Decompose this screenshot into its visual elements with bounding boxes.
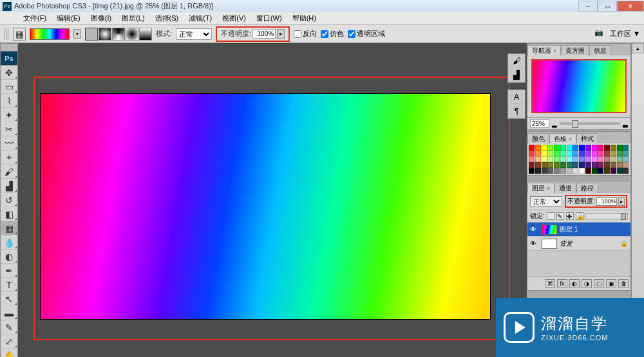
swatch[interactable] (592, 151, 598, 156)
clone-panel-icon[interactable]: ▟ (508, 68, 525, 82)
swatch[interactable] (623, 162, 629, 168)
layer-name[interactable]: 背景 (560, 239, 573, 248)
swatch[interactable] (579, 151, 585, 156)
reverse-checkbox[interactable]: 反向 (294, 29, 317, 39)
toolbox-grip[interactable] (1, 44, 17, 51)
swatch[interactable] (585, 145, 591, 151)
layer-blend-select[interactable]: 正常 (530, 196, 562, 206)
zoom-slider[interactable] (560, 122, 620, 125)
swatch[interactable] (598, 145, 603, 151)
path-tool[interactable]: ↖ (1, 292, 17, 306)
brushes-panel-icon[interactable]: 🖌 (508, 54, 525, 68)
swatch[interactable] (623, 145, 629, 151)
heal-tool[interactable]: ⌖ (1, 151, 17, 165)
zoom-in-icon[interactable]: ▃ (623, 120, 628, 127)
swatch[interactable] (560, 151, 566, 156)
swatch[interactable] (542, 168, 547, 174)
layer-name[interactable]: 图层 1 (560, 225, 578, 234)
swatch[interactable] (611, 156, 616, 162)
tab-info[interactable]: 信息 (589, 45, 611, 55)
eyedropper-tool[interactable]: ⤢ (1, 334, 17, 349)
shape-tool[interactable]: ▬ (1, 306, 17, 320)
swatch[interactable] (547, 168, 553, 174)
link-layers-button[interactable]: ⌘ (545, 279, 555, 288)
swatch[interactable] (573, 151, 578, 156)
swatch[interactable] (554, 162, 560, 168)
swatch[interactable] (598, 151, 603, 156)
swatch[interactable] (529, 162, 535, 168)
swatch[interactable] (573, 162, 578, 168)
character-panel-icon[interactable]: A (508, 90, 525, 104)
swatch[interactable] (598, 162, 603, 168)
bridge-icon[interactable]: 📷 (594, 28, 606, 40)
swatch[interactable] (560, 156, 566, 162)
swatch[interactable] (529, 145, 535, 151)
tab-channels[interactable]: 通道 (554, 183, 576, 193)
lock-position-icon[interactable]: ✥ (566, 212, 574, 220)
swatch[interactable] (604, 168, 610, 174)
layer-thumbnail[interactable] (542, 224, 557, 235)
blur-tool[interactable]: 💧 (1, 235, 17, 250)
swatch[interactable] (547, 151, 553, 156)
swatch[interactable] (611, 151, 616, 156)
swatch[interactable] (611, 145, 616, 151)
marquee-tool[interactable]: ▭ (1, 80, 17, 94)
lock-transparent-icon[interactable] (547, 212, 554, 220)
gradient-preview[interactable] (30, 28, 70, 40)
visibility-icon[interactable]: 👁 (527, 226, 539, 233)
swatch[interactable] (573, 145, 578, 151)
gradient-picker-arrow[interactable]: ▾ (73, 29, 81, 39)
swatch[interactable] (604, 162, 610, 168)
swatch[interactable] (592, 156, 598, 162)
swatch[interactable] (623, 151, 629, 156)
maximize-button[interactable]: ▭ (598, 1, 617, 12)
zoom-input[interactable] (530, 119, 549, 128)
notes-tool[interactable]: ✎ (1, 320, 17, 334)
swatch[interactable] (535, 156, 541, 162)
swatch[interactable] (579, 162, 585, 168)
swatch[interactable] (529, 156, 535, 162)
swatch[interactable] (579, 168, 585, 174)
menu-window[interactable]: 窗口(W) (251, 12, 287, 24)
type-tool[interactable]: T (1, 278, 17, 292)
move-tool[interactable]: ✥ (1, 66, 17, 80)
swatch[interactable] (573, 168, 578, 174)
workspace-menu[interactable]: 工作区 ▼ (610, 29, 640, 39)
swatch[interactable] (567, 151, 573, 156)
swatch[interactable] (554, 168, 560, 174)
menu-filter[interactable]: 滤镜(T) (184, 12, 217, 24)
swatch[interactable] (542, 156, 547, 162)
swatch[interactable] (554, 145, 560, 151)
eraser-tool[interactable]: ◧ (1, 207, 17, 221)
swatch[interactable] (617, 145, 623, 151)
swatch[interactable] (560, 145, 566, 151)
tab-histogram[interactable]: 直方图 (561, 45, 589, 55)
diamond-gradient-button[interactable] (139, 28, 152, 41)
layer-mask-button[interactable]: ◐ (569, 279, 580, 288)
layer-row-1[interactable]: 👁 图层 1 (527, 223, 630, 237)
linear-gradient-button[interactable] (85, 28, 98, 41)
menu-help[interactable]: 帮助(H) (287, 12, 321, 24)
swatch[interactable] (604, 151, 610, 156)
radial-gradient-button[interactable] (99, 28, 111, 41)
swatch[interactable] (598, 156, 603, 162)
tab-styles[interactable]: 样式 (576, 133, 598, 143)
swatch[interactable] (585, 168, 591, 174)
scroll-up-arrow[interactable]: ▴ (632, 43, 644, 53)
tab-layers[interactable]: 图层× (527, 183, 554, 193)
layer-row-background[interactable]: 👁 背景 🔒 (527, 237, 630, 251)
swatch[interactable] (567, 168, 573, 174)
swatch[interactable] (592, 168, 598, 174)
tab-paths[interactable]: 路径 (576, 183, 598, 193)
swatch[interactable] (617, 162, 623, 168)
layer-opacity-input[interactable] (596, 197, 617, 206)
swatch[interactable] (535, 168, 541, 174)
paragraph-panel-icon[interactable]: ¶ (508, 104, 525, 118)
swatch[interactable] (560, 162, 566, 168)
wand-tool[interactable]: ✦ (1, 108, 17, 122)
swatch[interactable] (535, 151, 541, 156)
swatch[interactable] (547, 162, 553, 168)
swatch[interactable] (617, 156, 623, 162)
layer-style-button[interactable]: fx (557, 279, 567, 288)
swatch[interactable] (604, 156, 610, 162)
